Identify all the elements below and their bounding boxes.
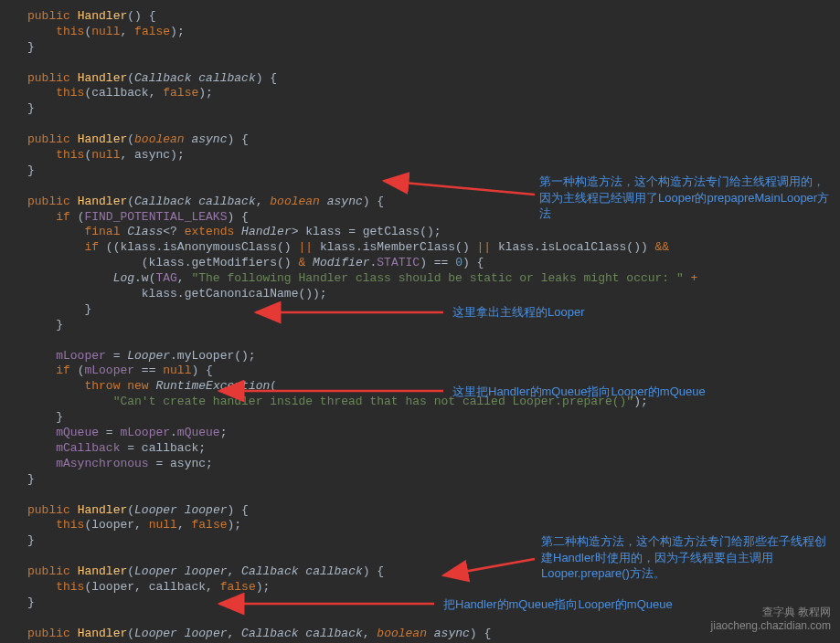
annotation-5: 把Handler的mQueue指向Looper的mQueue <box>443 596 673 613</box>
watermark-line1: 查字典 教程网 <box>711 606 831 620</box>
watermark-line2: jiaocheng.chazidian.com <box>711 619 831 634</box>
annotation-2: 这里拿出主线程的Looper <box>452 304 584 321</box>
annotation-3: 这里把Handler的mQueue指向Looper的mQueue <box>452 384 706 400</box>
watermark: 查字典 教程网 jiaocheng.chazidian.com <box>711 606 831 634</box>
annotation-4: 第二种构造方法，这个构造方法专门给那些在子线程创建Handler时使用的，因为子… <box>541 533 834 582</box>
annotation-1: 第一种构造方法，这个构造方法专门给主线程调用的，因为主线程已经调用了Looper… <box>539 174 832 222</box>
